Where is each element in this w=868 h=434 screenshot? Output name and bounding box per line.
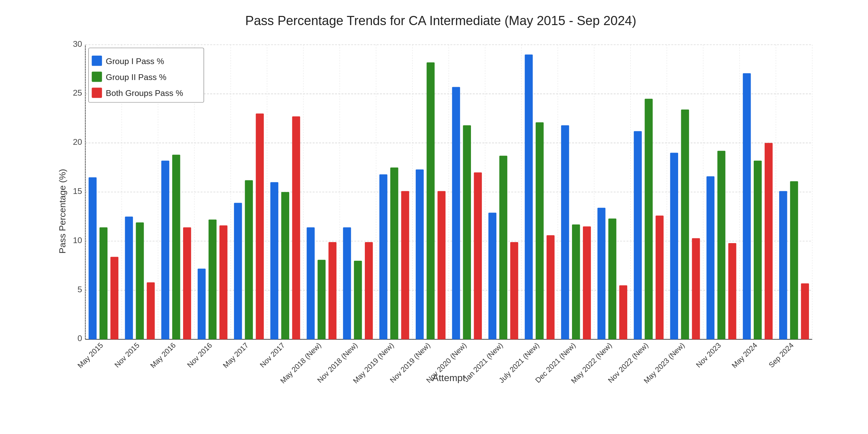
svg-text:0: 0 <box>78 334 82 343</box>
svg-rect-80 <box>597 208 606 339</box>
svg-rect-61 <box>365 242 373 339</box>
svg-text:25: 25 <box>73 88 82 97</box>
svg-rect-69 <box>463 125 471 339</box>
svg-rect-125 <box>92 87 102 98</box>
svg-rect-79 <box>583 226 591 339</box>
svg-rect-86 <box>670 153 678 339</box>
svg-rect-84 <box>645 99 653 339</box>
svg-rect-59 <box>343 228 351 339</box>
svg-rect-74 <box>525 55 533 339</box>
svg-rect-42 <box>136 222 144 339</box>
svg-rect-48 <box>209 219 217 339</box>
svg-rect-123 <box>92 72 102 82</box>
svg-rect-95 <box>779 191 787 339</box>
svg-rect-82 <box>619 285 627 339</box>
svg-rect-46 <box>183 228 191 339</box>
svg-rect-66 <box>427 62 435 339</box>
svg-rect-43 <box>147 282 155 339</box>
svg-rect-67 <box>437 191 446 339</box>
svg-rect-52 <box>256 114 264 339</box>
svg-rect-65 <box>416 170 424 339</box>
svg-text:20: 20 <box>73 137 82 146</box>
svg-rect-51 <box>245 180 253 339</box>
chart-area: 051015202530May 2015Nov 2015May 2016Nov … <box>34 38 848 384</box>
svg-rect-91 <box>728 243 736 339</box>
svg-rect-71 <box>488 213 496 339</box>
svg-rect-49 <box>219 225 228 339</box>
chart-container: Pass Percentage Trends for CA Intermedia… <box>0 0 868 434</box>
svg-rect-90 <box>717 151 726 339</box>
svg-rect-56 <box>307 228 315 339</box>
svg-rect-45 <box>172 155 180 339</box>
svg-rect-92 <box>743 73 751 339</box>
svg-rect-121 <box>92 56 102 66</box>
svg-text:Both Groups Pass %: Both Groups Pass % <box>106 88 183 98</box>
svg-rect-40 <box>111 257 119 339</box>
svg-rect-77 <box>561 125 569 339</box>
svg-rect-97 <box>801 283 809 339</box>
svg-rect-83 <box>634 131 642 339</box>
svg-rect-89 <box>707 176 715 339</box>
svg-rect-62 <box>379 174 388 339</box>
svg-rect-78 <box>572 224 580 339</box>
svg-rect-50 <box>234 203 242 339</box>
svg-rect-57 <box>318 260 326 339</box>
svg-rect-70 <box>474 172 482 339</box>
svg-rect-63 <box>390 167 398 339</box>
svg-rect-93 <box>754 161 762 339</box>
svg-rect-47 <box>198 269 206 339</box>
svg-rect-60 <box>354 261 362 339</box>
svg-rect-96 <box>790 181 798 339</box>
svg-text:Group II Pass %: Group II Pass % <box>106 73 166 82</box>
svg-text:15: 15 <box>73 186 82 196</box>
svg-rect-55 <box>292 116 300 339</box>
svg-rect-41 <box>125 217 133 339</box>
svg-rect-75 <box>536 122 544 339</box>
svg-text:Attempt: Attempt <box>432 372 466 383</box>
svg-rect-64 <box>401 191 409 339</box>
svg-text:10: 10 <box>73 236 82 245</box>
svg-text:Group I Pass %: Group I Pass % <box>106 57 164 66</box>
svg-text:5: 5 <box>78 285 82 294</box>
svg-text:30: 30 <box>73 39 82 48</box>
svg-rect-44 <box>161 161 170 339</box>
chart-title: Pass Percentage Trends for CA Intermedia… <box>34 14 848 28</box>
svg-rect-72 <box>499 156 508 339</box>
svg-rect-85 <box>656 216 664 339</box>
svg-rect-38 <box>88 177 97 339</box>
svg-rect-58 <box>329 242 337 339</box>
svg-text:Pass Percentage (%): Pass Percentage (%) <box>57 169 67 254</box>
svg-rect-39 <box>99 228 107 339</box>
svg-rect-94 <box>765 143 773 339</box>
main-chart: 051015202530May 2015Nov 2015May 2016Nov … <box>34 38 848 384</box>
svg-rect-53 <box>270 182 278 339</box>
svg-rect-54 <box>281 192 289 339</box>
svg-rect-88 <box>692 238 700 339</box>
svg-rect-68 <box>452 87 460 339</box>
svg-rect-81 <box>608 219 616 339</box>
svg-rect-73 <box>510 242 518 339</box>
svg-rect-87 <box>681 110 689 339</box>
svg-rect-76 <box>547 235 555 339</box>
